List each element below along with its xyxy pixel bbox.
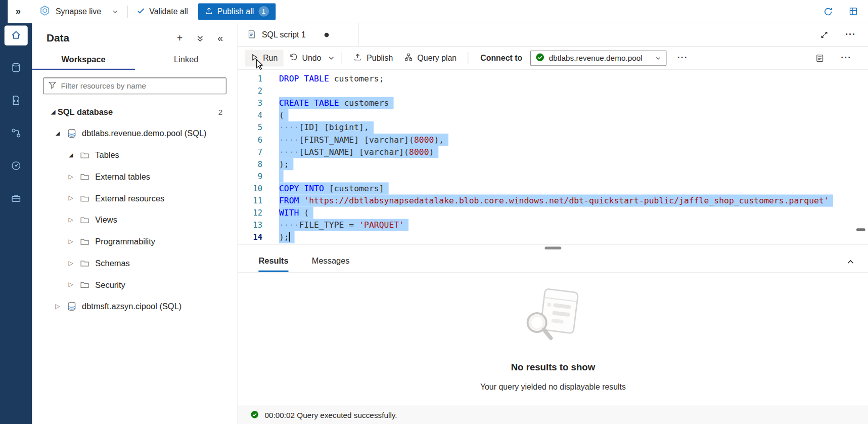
rail-item-monitor[interactable]: [5, 156, 28, 176]
refresh-button[interactable]: [822, 5, 834, 17]
splitter-handle-icon[interactable]: [545, 246, 562, 249]
line-number: 2: [238, 85, 262, 97]
line-number: 6: [238, 134, 262, 146]
code-line[interactable]: 3CREATE TABLE customers: [238, 97, 868, 109]
code-line[interactable]: 11FROM 'https://dbtlabsynapsedatalake.bl…: [238, 194, 868, 206]
expand-rail-button[interactable]: »: [16, 6, 21, 17]
tab-messages[interactable]: Messages: [312, 251, 350, 272]
collapse-panel-button[interactable]: «: [216, 32, 224, 45]
expand-twistie-icon[interactable]: ▷: [53, 303, 62, 310]
tree-item[interactable]: ▷dbtmsft.azsyn.cipool (SQL): [32, 295, 238, 317]
main-work-area: SQL script 1 ··· Run: [238, 23, 868, 424]
tab-results[interactable]: Results: [258, 251, 288, 272]
code-line[interactable]: 9: [238, 170, 868, 182]
play-icon: [250, 53, 258, 63]
code-line[interactable]: 8);: [238, 158, 868, 170]
data-panel: Data + « Workspace Linked ◢SQ: [32, 23, 238, 424]
tree-item[interactable]: ▷Views: [32, 209, 238, 231]
tree-item-label: dbtmsft.azsyn.cipool (SQL): [82, 302, 181, 311]
undo-button[interactable]: Undo: [283, 49, 327, 66]
rail-top-strip: [0, 0, 8, 23]
collapse-twistie-icon[interactable]: ◢: [49, 109, 58, 115]
code-line[interactable]: 5····[ID] [bigint],: [238, 121, 868, 134]
tree-item[interactable]: ▷Security: [32, 274, 238, 295]
tab-sql-script-1[interactable]: SQL script 1: [238, 23, 359, 46]
table-grid-button[interactable]: [847, 6, 859, 17]
synapse-logo-icon: [39, 5, 51, 18]
filter-input[interactable]: [61, 81, 221, 91]
code-lines: 1DROP TABLE customers;23CREATE TABLE cus…: [238, 73, 868, 243]
tree-item[interactable]: ◢SQL database2: [32, 101, 238, 122]
code-line[interactable]: 14);: [238, 231, 868, 243]
tree-item[interactable]: ▷External tables: [32, 166, 238, 188]
toolbar-right-more-button[interactable]: ···: [840, 53, 852, 64]
publish-button[interactable]: Publish: [348, 49, 398, 66]
collapse-twistie-icon[interactable]: ◢: [53, 130, 62, 136]
rail-item-develop[interactable]: [5, 91, 28, 111]
publish-all-button[interactable]: Publish all 1: [198, 3, 276, 20]
collapse-twistie-icon[interactable]: ◢: [66, 152, 75, 158]
code-line[interactable]: 7····[LAST_NAME] [varchar](8000): [238, 146, 868, 158]
line-number: 14: [238, 231, 262, 243]
rail-item-integrate[interactable]: [5, 123, 28, 143]
expand-twistie-icon[interactable]: ▷: [66, 260, 75, 267]
pool-select-dropdown[interactable]: dbtlabs.revenue.demo.pool: [530, 50, 666, 66]
script-toolbar: Run Undo Publish: [238, 47, 868, 70]
validate-all-button[interactable]: Validate all: [136, 7, 188, 17]
run-button[interactable]: Run: [245, 50, 283, 66]
code-line[interactable]: 10COPY INTO [customers]: [238, 182, 868, 194]
scrollbar-thumb[interactable]: [856, 228, 865, 231]
code-line[interactable]: 12WITH (: [238, 207, 868, 219]
query-plan-button[interactable]: Query plan: [398, 49, 462, 66]
unsaved-dot-icon: [325, 32, 329, 37]
tree-item[interactable]: ▷External resources: [32, 187, 238, 209]
collapse-results-button[interactable]: [845, 257, 856, 267]
pipeline-icon: [11, 127, 22, 140]
code-line[interactable]: 13····FILE_TYPE = 'PARQUET': [238, 219, 868, 231]
validate-all-label: Validate all: [149, 7, 188, 16]
gauge-icon: [11, 160, 22, 173]
rail-item-manage[interactable]: [5, 189, 28, 209]
tree-item[interactable]: ◢Tables: [32, 144, 238, 166]
add-resource-button[interactable]: +: [176, 32, 184, 45]
code-line[interactable]: 6····[FIRST_NAME] [varchar](8000),: [238, 134, 868, 146]
tree-item-label: Programmability: [95, 237, 155, 246]
line-number: 5: [238, 121, 262, 134]
expand-twistie-icon[interactable]: ▷: [66, 238, 75, 245]
synapse-studio-window: » Synapse live Validate all Publish all …: [0, 0, 868, 424]
toolbar-more-button[interactable]: ···: [676, 53, 689, 64]
sql-code-editor[interactable]: 1DROP TABLE customers;23CREATE TABLE cus…: [238, 70, 868, 244]
undo-label: Undo: [302, 54, 321, 63]
rail-item-home[interactable]: [5, 25, 28, 45]
tree-item[interactable]: ▷Schemas: [32, 252, 238, 274]
line-number: 11: [238, 194, 262, 206]
code-line[interactable]: 2: [238, 85, 868, 97]
undo-redo-chevron-button[interactable]: [327, 53, 336, 63]
tab-linked[interactable]: Linked: [135, 49, 238, 70]
environment-switcher[interactable]: Synapse live: [39, 5, 118, 18]
code-line[interactable]: 1DROP TABLE customers;: [238, 73, 868, 85]
tree-item[interactable]: ◢dbtlabs.revenue.demo.pool (SQL): [32, 122, 238, 144]
toolbox-icon: [11, 193, 22, 205]
filter-box[interactable]: [43, 77, 226, 94]
editor-results-splitter[interactable]: [238, 244, 868, 251]
sql-script-icon: [247, 29, 256, 40]
expand-editor-button[interactable]: [819, 29, 830, 40]
pool-select-value: dbtlabs.revenue.demo.pool: [549, 54, 643, 63]
expand-twistie-icon[interactable]: ▷: [66, 281, 75, 288]
rail-item-data[interactable]: [5, 58, 28, 78]
home-icon: [11, 29, 22, 42]
properties-button[interactable]: [814, 53, 826, 64]
tree-item[interactable]: ▷Programmability: [32, 231, 238, 252]
expand-twistie-icon[interactable]: ▷: [66, 173, 75, 180]
line-number: 8: [238, 158, 262, 170]
actions-chevron-button[interactable]: [195, 33, 205, 44]
tab-workspace[interactable]: Workspace: [32, 49, 135, 70]
folder-icon: [78, 236, 90, 246]
tab-more-button[interactable]: ···: [844, 29, 857, 40]
expand-twistie-icon[interactable]: ▷: [66, 216, 75, 223]
tree-item-label: Security: [95, 280, 125, 289]
code-line[interactable]: 4(: [238, 109, 868, 121]
tab-title: SQL script 1: [262, 30, 306, 39]
expand-twistie-icon[interactable]: ▷: [66, 194, 75, 201]
